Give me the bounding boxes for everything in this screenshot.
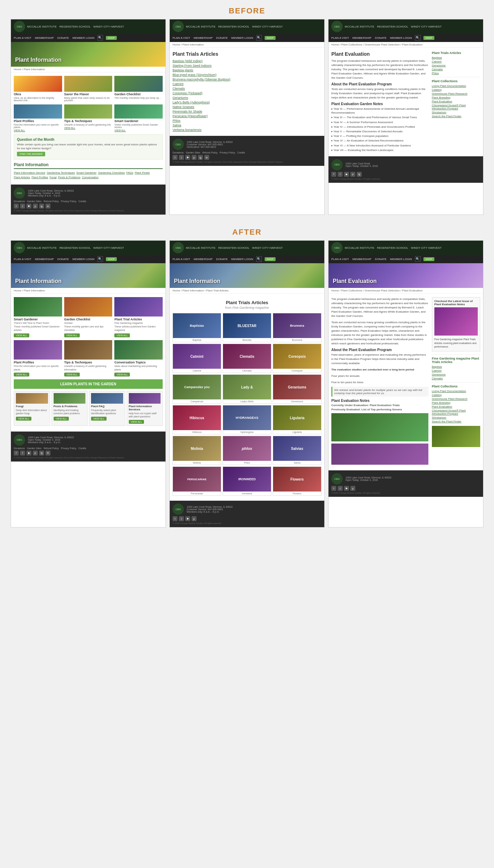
nav-plan[interactable]: PLAN A VISIT <box>173 258 190 261</box>
twitter-icon[interactable]: t <box>338 486 343 491</box>
nav-windy[interactable]: WINDY CITY HARVEST <box>411 246 442 249</box>
pinterest-icon[interactable]: p <box>33 204 38 209</box>
list-item[interactable]: Baptisia <box>432 365 480 368</box>
mag-card-hibiscus[interactable]: Hibiscus Hibiscus <box>173 405 221 434</box>
nav-plan[interactable]: PLAN A VISIT <box>331 258 349 261</box>
nav-windy[interactable]: WINDY CITY HARVEST <box>94 246 124 249</box>
smart-link[interactable]: VIEW ALL <box>114 129 163 132</box>
card-profiles-btn[interactable]: VIEW ALL <box>14 373 29 376</box>
youtube-icon[interactable]: ▶ <box>26 451 31 456</box>
mag-card-hydrangeas[interactable]: HYDRANGEAS Hydrangeas <box>223 405 271 434</box>
shop-button[interactable]: SHOP <box>265 36 276 40</box>
youtube-icon[interactable]: ▶ <box>344 172 349 177</box>
shop-button[interactable]: SHOP <box>106 36 117 40</box>
link-phlox[interactable]: Phlox <box>173 119 181 122</box>
pests-btn[interactable]: VIEW ALL <box>54 417 69 421</box>
linkedin-icon[interactable]: in <box>204 155 209 160</box>
nav-member-login[interactable]: MEMBER LOGIN <box>231 258 253 261</box>
nav-mccallie[interactable]: MCCALLIE INSTITUTE <box>345 246 374 249</box>
linkedin-icon[interactable]: in <box>46 451 50 456</box>
link-verbena[interactable]: Verbena bonariensis <box>173 128 201 132</box>
shop-button[interactable]: SHOP <box>265 257 276 261</box>
list-item[interactable]: Catmint <box>432 60 480 63</box>
pinterest-icon[interactable]: p <box>33 451 38 456</box>
pinterest-icon[interactable]: p <box>350 172 355 177</box>
nav-member-login[interactable]: MEMBER LOGIN <box>390 36 412 40</box>
link-clematis[interactable]: Clematis <box>173 87 185 90</box>
search-icon[interactable]: 🔍 <box>415 256 421 262</box>
card-smart-btn[interactable]: VIEW ALL <box>14 333 29 337</box>
nav-smart-gardener[interactable]: Smart Gardener <box>76 171 96 174</box>
logo[interactable]: CBG <box>14 21 25 32</box>
mag-card-geraniums[interactable]: Geraniums Geraniums <box>273 374 321 404</box>
nav-membership[interactable]: MEMBERSHIP <box>35 36 54 40</box>
nav-member-login[interactable]: MEMBER LOGIN <box>72 36 94 40</box>
list-item[interactable]: Plant Evaluation <box>432 100 480 103</box>
nav-plant-info-service[interactable]: Plant Information Service <box>14 171 45 174</box>
list-item[interactable]: Catmint <box>432 369 480 372</box>
list-item[interactable]: Greenhouse Plant Research <box>432 92 480 95</box>
find-answer-button[interactable]: FIND THE ANSWER <box>17 152 45 156</box>
list-item[interactable]: Search the Plant Finder <box>432 115 480 118</box>
list-item[interactable]: Catalog <box>432 393 480 397</box>
nav-plant-articles[interactable]: Plant Articles <box>14 176 30 179</box>
twitter-icon[interactable]: t <box>20 204 25 209</box>
nav-donate[interactable]: DONATE <box>58 258 69 261</box>
nav-windy[interactable]: WINDY CITY HARVEST <box>411 25 442 28</box>
nav-regenstein[interactable]: REGENSTEIN SCHOOL <box>60 25 91 28</box>
mag-card-bluestar[interactable]: BLUESTAR Bluestar <box>223 313 271 342</box>
nav-donate[interactable]: DONATE <box>216 258 228 261</box>
pinterest-icon[interactable]: p <box>192 155 197 160</box>
link-blue-eyed[interactable]: Blue-eyed grass (Sisyrinchium) <box>173 73 217 77</box>
mag-card-coreopsis[interactable]: Coreopsis Coreopsis <box>273 344 321 373</box>
nav-donate[interactable]: DONATE <box>216 36 228 40</box>
list-item[interactable]: Plant Breeding <box>432 401 480 404</box>
link-native-grasses[interactable]: Native Grasses <box>173 105 194 109</box>
list-item[interactable]: Baptisia <box>432 56 480 59</box>
mag-card-persicariae[interactable]: PERSICARIAE Persicariae <box>173 466 221 496</box>
facebook-icon[interactable]: f <box>14 451 19 456</box>
link-baptisia-plants[interactable]: Baptisia plants <box>173 68 193 72</box>
facebook-icon[interactable]: f <box>173 155 177 160</box>
link-coreopsis[interactable]: Coreopsis (Tickseed) <box>173 91 203 95</box>
mag-card-catmint[interactable]: Catmint Catmint <box>173 344 221 373</box>
mag-card-flowers[interactable]: Flowers Flowers <box>273 466 321 496</box>
nav-gardening-checklists[interactable]: Gardening Checklists <box>98 171 125 174</box>
list-item[interactable]: Living Plant Documentation <box>432 390 480 393</box>
mag-card-ironweed[interactable]: IRONWEED Ironweed <box>223 466 271 496</box>
list-item[interactable]: Plant Evaluation <box>432 405 480 408</box>
twitter-icon[interactable]: t <box>338 172 343 177</box>
logo[interactable]: CBG <box>331 242 343 253</box>
list-item[interactable]: Chicagoland Grows® Plant Introduction Pr… <box>432 104 480 110</box>
facebook-icon[interactable]: f <box>331 172 336 177</box>
logo[interactable]: CBG <box>173 21 184 32</box>
list-item[interactable]: Living Plant Documentation <box>432 84 480 88</box>
nav-plant-finder[interactable]: Plant Finder <box>135 171 150 174</box>
green-banner[interactable]: LEARN PLANTS IN THE GARDEN <box>14 379 163 389</box>
list-item[interactable]: Greenhouse Plant Research <box>432 397 480 400</box>
card-conv-btn[interactable]: VIEW ALL <box>114 373 130 376</box>
link-ladybells[interactable]: Lady's Bells (Adenophora) <box>173 101 210 104</box>
list-item[interactable]: Search the Plant Finder <box>432 420 480 423</box>
link-starting-seed[interactable]: Starting From Seed Indoors <box>173 64 212 67</box>
twitter-icon[interactable]: t <box>179 155 184 160</box>
nav-windy[interactable]: WINDY CITY HARVEST <box>252 25 283 28</box>
link-salvia[interactable]: Salvia <box>173 123 181 127</box>
list-item[interactable]: Geraniums <box>432 64 480 67</box>
facebook-icon[interactable]: f <box>331 486 336 491</box>
nav-membership[interactable]: MEMBERSHIP <box>194 36 213 40</box>
nav-regenstein[interactable]: REGENSTEIN SCHOOL <box>218 25 249 28</box>
logo[interactable]: CBG <box>14 242 25 253</box>
shop-button[interactable]: SHOP <box>106 257 117 261</box>
search-icon[interactable]: 🔍 <box>97 256 103 262</box>
nav-mccallie[interactable]: MCCALLIE INSTITUTE <box>27 246 57 249</box>
list-item[interactable]: Geraniums <box>432 373 480 376</box>
nav-donate[interactable]: DONATE <box>375 258 387 261</box>
search-icon[interactable]: 🔍 <box>97 35 103 41</box>
link-perennials-shade[interactable]: Perennials for Shade <box>173 110 202 113</box>
youtube-icon[interactable]: ▶ <box>185 516 190 521</box>
fungi-btn[interactable]: VIEW ALL <box>16 417 31 421</box>
twitter-icon[interactable]: t <box>20 451 25 456</box>
shop-button[interactable]: SHOP <box>423 36 435 40</box>
nav-membership[interactable]: MEMBERSHIP <box>35 258 54 261</box>
